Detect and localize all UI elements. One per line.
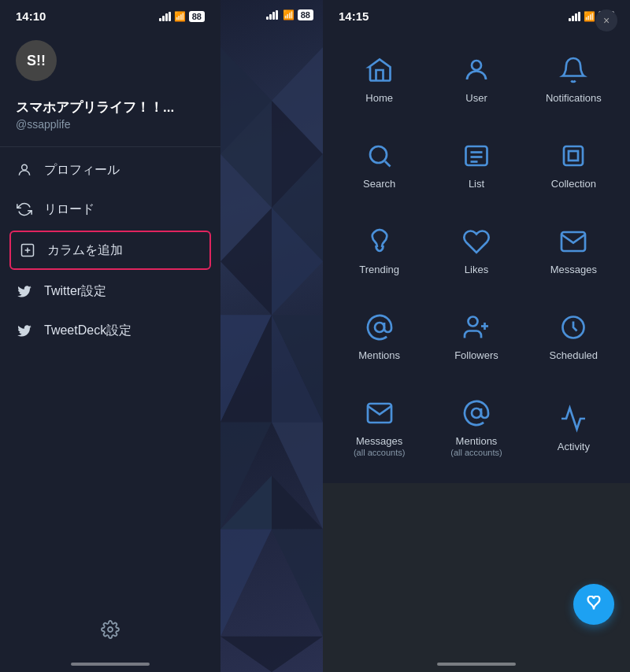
twitter-icon-1: [16, 282, 33, 300]
grid-label-collection: Collection: [551, 178, 596, 190]
account-name: スマホアプリライフ！！...: [0, 90, 220, 118]
bell-icon: [556, 53, 591, 87]
status-bar-right: 14:15 📶 87: [323, 0, 630, 28]
user-plus-icon: [459, 310, 494, 345]
menu-item-add-column[interactable]: カラムを追加: [9, 231, 211, 270]
avatar: S!!: [16, 40, 57, 81]
menu-item-twitter-settings[interactable]: Twitter設定: [0, 271, 220, 311]
user-icon: [16, 161, 33, 179]
heart-icon: [459, 224, 494, 259]
menu-label-profile: プロフィール: [44, 162, 120, 179]
menu-label-reload: リロード: [44, 201, 94, 218]
svg-line-26: [385, 161, 391, 167]
mail-all-icon: [362, 396, 397, 430]
grid-item-search[interactable]: Search: [331, 121, 428, 207]
close-button[interactable]: ×: [595, 9, 617, 31]
grid-item-messages-all[interactable]: Messages(all accounts): [331, 379, 428, 475]
status-bar-middle: 📶 88: [220, 0, 323, 25]
at-icon: [362, 310, 397, 345]
divider-1: [0, 146, 220, 147]
grid-item-mentions[interactable]: Mentions: [331, 293, 428, 378]
time-left: 14:10: [16, 9, 46, 23]
account-handle: @ssapplife: [0, 118, 220, 143]
search-icon: [362, 138, 397, 173]
svg-marker-21: [220, 530, 272, 637]
grid-item-home[interactable]: Home: [331, 35, 428, 121]
battery-mid: 88: [298, 9, 313, 20]
grid-label-home: Home: [365, 92, 393, 105]
signal-icon: [159, 12, 171, 21]
home-icon: [362, 53, 397, 87]
grid-item-scheduled[interactable]: Scheduled: [525, 293, 622, 378]
reload-icon: [16, 201, 33, 218]
list-icon: [459, 138, 494, 173]
right-panel: 14:15 📶 87 × Home User: [323, 0, 630, 672]
grid-label-list: List: [469, 178, 484, 190]
grid-item-user[interactable]: User: [428, 35, 524, 121]
grid-item-trending[interactable]: Trending: [331, 207, 428, 293]
at-all-icon: [459, 396, 494, 430]
clock-icon: [556, 310, 591, 345]
grid-label-trending: Trending: [359, 264, 399, 276]
grid-menu: Home User Notifications Search: [323, 28, 630, 483]
svg-point-0: [22, 164, 28, 170]
grid-label-messages: Messages: [550, 264, 597, 276]
left-panel: 14:10 📶 88 S!! スマホアプリライフ！！... @ssapplife…: [0, 0, 220, 672]
svg-point-4: [108, 627, 113, 632]
menu-label-twitter-settings: Twitter設定: [44, 283, 106, 300]
menu-item-tweetdeck-settings[interactable]: TweetDeck設定: [0, 311, 220, 350]
menu-item-reload[interactable]: リロード: [0, 190, 220, 229]
svg-point-24: [472, 61, 481, 70]
svg-point-25: [370, 146, 387, 163]
middle-strip: 📶 88: [220, 0, 323, 672]
settings-icon[interactable]: [101, 620, 120, 644]
time-right: 14:15: [339, 9, 369, 23]
settings-bottom[interactable]: [0, 620, 220, 644]
status-icons-left: 📶 88: [159, 11, 205, 22]
grid-label-mentions-all: Mentions(all accounts): [450, 435, 502, 458]
bottom-area: [323, 483, 630, 672]
grid-label-messages-all: Messages(all accounts): [354, 435, 405, 458]
grid-item-notifications[interactable]: Notifications: [525, 35, 622, 121]
grid-item-mentions-all[interactable]: Mentions(all accounts): [428, 379, 524, 475]
activity-icon: [556, 401, 591, 436]
grid-item-list[interactable]: List: [428, 121, 524, 207]
collection-icon: [556, 138, 591, 173]
twitter-icon-2: [16, 322, 33, 339]
grid-item-messages[interactable]: Messages: [525, 207, 622, 293]
grid-label-scheduled: Scheduled: [550, 349, 598, 362]
signal-icon-right: [569, 12, 580, 21]
grid-item-collection[interactable]: Collection: [525, 121, 622, 207]
user-icon-grid: [459, 53, 494, 87]
add-column-icon: [19, 242, 36, 259]
grid-label-search: Search: [363, 178, 395, 190]
grid-label-mentions: Mentions: [358, 349, 400, 362]
mail-icon: [556, 224, 591, 259]
wifi-icon: 📶: [174, 11, 186, 22]
status-bar-left: 14:10 📶 88: [0, 0, 220, 28]
battery-left: 88: [189, 11, 205, 22]
grid-label-followers: Followers: [454, 349, 498, 362]
svg-point-33: [375, 323, 384, 332]
menu-item-profile[interactable]: プロフィール: [0, 150, 220, 190]
signal-icon-mid: [266, 10, 278, 20]
svg-point-38: [472, 408, 481, 418]
grid-item-likes[interactable]: Likes: [428, 207, 524, 293]
home-indicator-right: [437, 663, 516, 666]
svg-marker-23: [220, 637, 323, 672]
svg-rect-32: [569, 151, 578, 161]
menu-label-add-column: カラムを追加: [47, 242, 123, 259]
home-indicator-left: [71, 663, 150, 666]
avatar-area: S!!: [0, 28, 220, 90]
grid-label-likes: Likes: [465, 264, 488, 276]
grid-label-user: User: [465, 92, 487, 105]
menu-label-tweetdeck-settings: TweetDeck設定: [44, 323, 132, 339]
grid-label-activity: Activity: [558, 441, 590, 453]
grid-item-followers[interactable]: Followers: [428, 293, 524, 378]
fab-button[interactable]: [573, 584, 614, 625]
trending-icon: [362, 224, 397, 259]
triangle-overlay: [220, 47, 323, 672]
wifi-icon-right: 📶: [584, 11, 595, 22]
grid-label-notifications: Notifications: [546, 92, 602, 105]
grid-item-activity[interactable]: Activity: [525, 379, 622, 475]
